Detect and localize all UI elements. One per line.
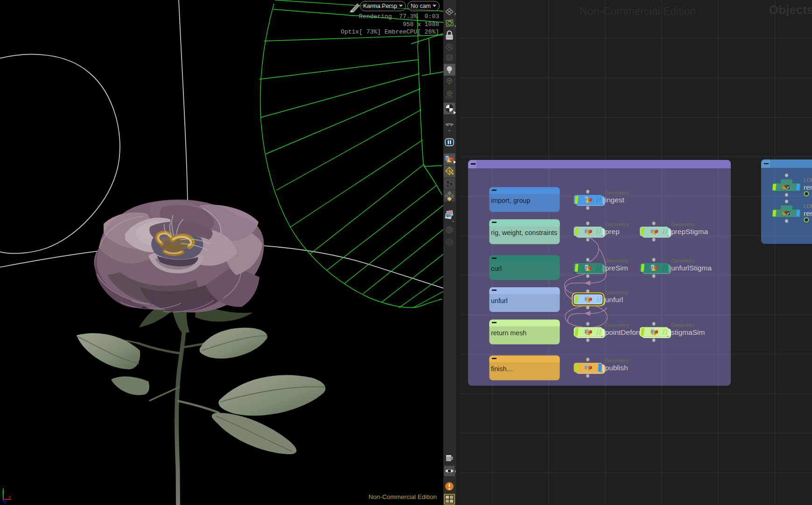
svg-text:prep: prep (605, 228, 620, 235)
svg-text:unfurlStigma: unfurlStigma (671, 264, 712, 272)
svg-text:finish…: finish… (491, 365, 513, 373)
svg-text:x: x (8, 494, 11, 499)
svg-text:Geometry: Geometry (605, 290, 629, 295)
svg-text:stigmaSim: stigmaSim (671, 328, 705, 336)
svg-text:prepStigma: prepStigma (671, 228, 708, 235)
svg-text:ingest: ingest (605, 196, 625, 204)
svg-text:preSim: preSim (605, 264, 628, 272)
svg-text:Geometry: Geometry (605, 358, 629, 363)
svg-text:z: z (4, 499, 7, 505)
svg-text:Geometry: Geometry (605, 322, 629, 328)
svg-text:publish: publish (605, 364, 628, 372)
svg-text:y: y (2, 490, 5, 495)
svg-text:Geometry: Geometry (605, 258, 629, 263)
svg-text:LOPs: LOPs (804, 177, 812, 183)
svg-text:Geometry: Geometry (671, 258, 695, 263)
svg-text:unfurl: unfurl (491, 297, 508, 304)
svg-text:render: render (804, 183, 812, 191)
svg-text:import, group: import, group (491, 197, 530, 204)
svg-text:return mesh: return mesh (491, 329, 526, 337)
svg-text:rig, weight, constraints: rig, weight, constraints (491, 229, 557, 236)
svg-text:Geometry: Geometry (671, 322, 695, 328)
svg-text:curl: curl (491, 265, 502, 272)
svg-text:render: render (804, 209, 812, 217)
svg-text:pointDeform: pointDeform (605, 328, 644, 336)
svg-text:Geometry: Geometry (605, 221, 629, 227)
svg-text:LOPs: LOPs (804, 203, 812, 209)
svg-text:Geometry: Geometry (605, 190, 629, 195)
svg-text:unfurl: unfurl (605, 296, 623, 304)
svg-text:Geometry: Geometry (671, 221, 695, 227)
